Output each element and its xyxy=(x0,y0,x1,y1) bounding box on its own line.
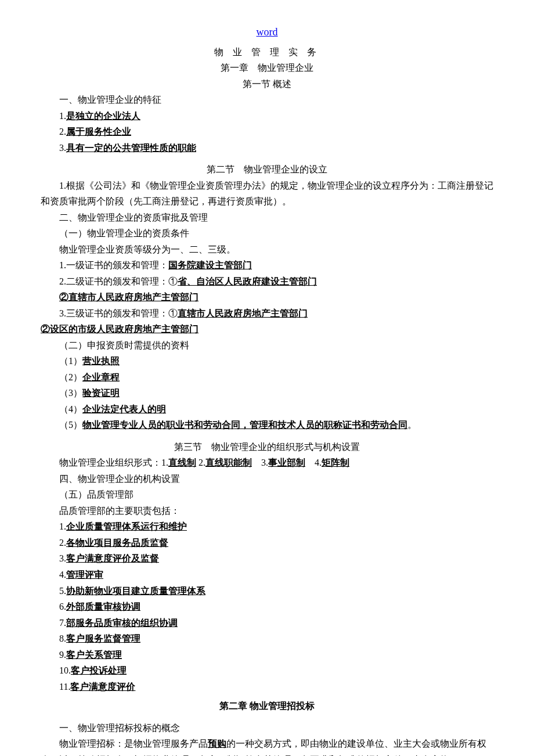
s1-i1-prefix: 1. xyxy=(59,111,66,121)
section1-title: 第一节 概述 xyxy=(41,76,493,92)
s3-q11-text: 客户满意度评价 xyxy=(70,682,135,692)
s2-l5: ②设区的市级人民政府房地产主管部门 xyxy=(41,321,493,337)
s3-f4: 矩阵制 xyxy=(322,458,349,467)
s2-h2b: （二）申报资质时需提供的资料 xyxy=(41,337,493,354)
s3-q5-text: 协助新物业项目建立质量管理体系 xyxy=(66,586,205,596)
s3-q2-text: 各物业项目服务品质监督 xyxy=(66,538,168,548)
section2-title: 第二节 物业管理企业的设立 xyxy=(41,161,493,178)
main-title: 物 业 管 理 实 务 xyxy=(41,44,493,60)
s3-q10: 10.客户投诉处理 xyxy=(41,663,493,679)
s1-item2: 2.属于服务性企业 xyxy=(41,124,493,140)
s2-d1: （1）营业执照 xyxy=(41,353,493,369)
s3-q4-text: 管理评审 xyxy=(66,570,103,579)
s3-f1: 直线制 xyxy=(168,458,196,467)
s3-q3: 3.客户满意度评价及监督 xyxy=(41,550,493,567)
word-link[interactable]: word xyxy=(257,26,278,38)
s2-l2-prefix: 2.二级证书的颁发和管理：① xyxy=(59,276,178,286)
c2-p1u: 预购 xyxy=(208,739,226,748)
s2-l1: 1.一级证书的颁发和管理：国务院建设主管部门 xyxy=(41,257,493,273)
s3-p5: 品质管理部的主要职责包括： xyxy=(41,503,493,519)
s3-q5: 5.协助新物业项目建立质量管理体系 xyxy=(41,583,493,599)
s2-d3-text: 验资证明 xyxy=(82,388,120,398)
s3-q2-prefix: 2. xyxy=(59,538,66,548)
s3-q4-prefix: 4. xyxy=(59,570,66,579)
s2-d4-prefix: （4） xyxy=(59,404,82,414)
s3-q10-text: 客户投诉处理 xyxy=(71,665,127,675)
s3-q1-text: 企业质量管理体系运行和维护 xyxy=(66,521,187,531)
s3-q3-prefix: 3. xyxy=(59,553,66,563)
s3-q7-text: 部服务品质审核的组织协调 xyxy=(66,618,178,628)
s3-q7-prefix: 7. xyxy=(59,618,66,628)
s3-q11: 11.客户满意度评价 xyxy=(41,679,493,695)
s3-fc: 3. xyxy=(252,458,268,467)
s1-i3-text: 具有一定的公共管理性质的职能 xyxy=(66,143,196,153)
s2-l4: 3.三级证书的颁发和管理：①直辖市人民政府房地产主管部门 xyxy=(41,305,493,322)
c2-p1a: 物业管理招标：是物业管理服务产品 xyxy=(59,739,208,748)
s3-q1: 1.企业质量管理体系运行和维护 xyxy=(41,519,493,535)
s2-d5: （5）物业管理专业人员的职业书和劳动合同，管理和技术人员的职称证书和劳动合同。 xyxy=(41,417,493,433)
s3-h4: 四、物业管理企业的机构设置 xyxy=(41,471,493,487)
s1-i3-prefix: 3. xyxy=(59,143,66,153)
s3-f3: 事业部制 xyxy=(268,458,305,467)
s2-d4-text: 企业法定代表人的明 xyxy=(82,404,166,414)
c2-h1: 一、物业管理招标投标的概念 xyxy=(41,720,493,736)
s2-l3: ②直辖市人民政府房地产主管部门 xyxy=(41,289,493,305)
s3-fd: 4. xyxy=(305,458,322,467)
s2-d2: （2）企业章程 xyxy=(41,369,493,386)
s2-d3: （3）验资证明 xyxy=(41,385,493,401)
s2-l3-text: 直辖市人民政府房地产主管部门 xyxy=(68,292,199,302)
s1-i2-text: 属于服务性企业 xyxy=(66,127,131,136)
s2-p1: 1.根据《公司法》和《物业管理企业资质管理办法》的规定，物业管理企业的设立程序分… xyxy=(41,178,493,210)
s2-l1-prefix: 1.一级证书的颁发和管理： xyxy=(59,260,168,270)
s3-q10-prefix: 10. xyxy=(59,665,71,675)
s2-l5-prefix: ② xyxy=(41,324,50,334)
header-link: word xyxy=(41,23,493,42)
s3-q9: 9.客户关系管理 xyxy=(41,647,493,663)
chapter2-title: 第二章 物业管理招投标 xyxy=(41,698,493,714)
s1-item1: 1.是独立的企业法人 xyxy=(41,108,493,124)
s2-l4-text: 直辖市人民政府房地产主管部门 xyxy=(178,308,308,318)
s2-l1-text: 国务院建设主管部门 xyxy=(168,260,252,270)
s2-p2: 物业管理企业资质等级分为一、二、三级。 xyxy=(41,242,493,258)
section3-title: 第三节 物业管理企业的组织形式与机构设置 xyxy=(41,439,493,455)
s3-q4: 4.管理评审 xyxy=(41,567,493,583)
s3-q6: 6.外部质量审核协调 xyxy=(41,599,493,615)
s1-i1-text: 是独立的企业法人 xyxy=(66,111,140,121)
s3-q8-prefix: 8. xyxy=(59,633,66,643)
chapter1-title: 第一章 物业管理企业 xyxy=(41,60,493,76)
s3-f2: 直线职能制 xyxy=(205,458,252,467)
s3-q9-text: 客户关系管理 xyxy=(66,650,122,660)
s2-d2-prefix: （2） xyxy=(59,372,82,382)
s2-d1-prefix: （1） xyxy=(59,356,82,366)
s2-l3-prefix: ② xyxy=(59,292,68,302)
s3-q6-text: 外部质量审核协调 xyxy=(66,602,140,611)
s3-h5: （五）品质管理部 xyxy=(41,487,493,503)
s1-item3: 3.具有一定的公共管理性质的职能 xyxy=(41,140,493,156)
s2-l2-text: 省、自治区人民政府建设主管部门 xyxy=(178,276,317,286)
s3-q3-text: 客户满意度评价及监督 xyxy=(66,553,159,563)
s3-fa: 物业管理企业组织形式：1. xyxy=(59,458,168,467)
s2-d5-prefix: （5） xyxy=(59,420,82,430)
s3-q2: 2.各物业项目服务品质监督 xyxy=(41,535,493,551)
s1-heading: 一、物业管理企业的特征 xyxy=(41,92,493,108)
s2-l2: 2.二级证书的颁发和管理：①省、自治区人民政府建设主管部门 xyxy=(41,273,493,290)
s2-h2a: （一）物业管理企业的资质条件 xyxy=(41,225,493,242)
s2-h2: 二、物业管理企业的资质审批及管理 xyxy=(41,210,493,226)
s3-fb: 2. xyxy=(196,458,205,467)
s2-d4: （4）企业法定代表人的明 xyxy=(41,401,493,417)
s1-i2-prefix: 2. xyxy=(59,127,66,136)
s3-q1-prefix: 1. xyxy=(59,521,66,531)
s2-d3-prefix: （3） xyxy=(59,388,82,398)
s2-d5-end: 。 xyxy=(407,420,417,430)
s3-forms: 物业管理企业组织形式：1.直线制 2.直线职能制 3.事业部制 4.矩阵制 xyxy=(41,455,493,471)
c2-p1: 物业管理招标：是物业管理服务产品预购的一种交易方式，即由物业的建设单位、业主大会… xyxy=(41,736,493,756)
s2-d5-text: 物业管理专业人员的职业书和劳动合同，管理和技术人员的职称证书和劳动合同 xyxy=(82,420,407,430)
s2-d2-text: 企业章程 xyxy=(82,372,120,382)
s3-q11-prefix: 11. xyxy=(59,682,70,692)
s3-q7: 7.部服务品质审核的组织协调 xyxy=(41,615,493,631)
s3-q8-text: 客户服务监督管理 xyxy=(66,633,140,643)
s2-l4-prefix: 3.三级证书的颁发和管理：① xyxy=(59,308,178,318)
s3-q6-prefix: 6. xyxy=(59,602,66,611)
s3-q8: 8.客户服务监督管理 xyxy=(41,631,493,647)
s3-q5-prefix: 5. xyxy=(59,586,66,596)
